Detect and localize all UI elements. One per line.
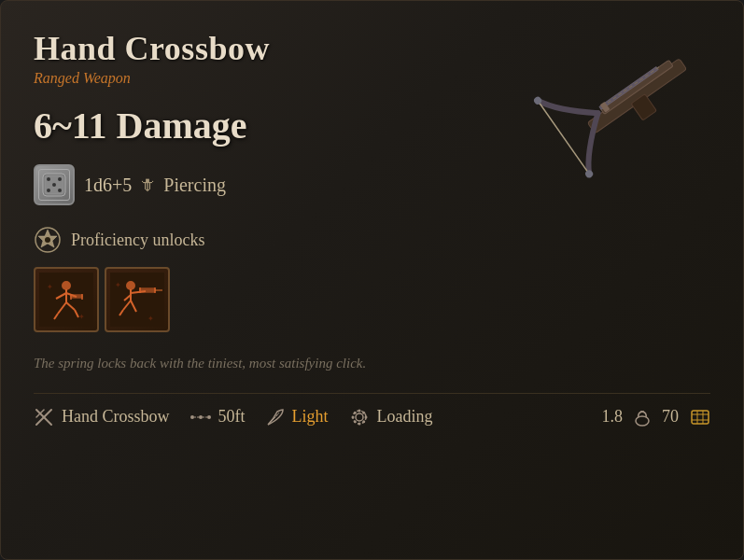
svg-point-5: [584, 169, 595, 179]
svg-point-61: [358, 409, 360, 412]
svg-rect-12: [45, 175, 63, 194]
svg-rect-0: [587, 59, 686, 133]
proficiency-icon: [34, 226, 62, 254]
svg-rect-11: [43, 174, 65, 196]
svg-point-68: [353, 420, 356, 423]
svg-point-17: [52, 183, 56, 187]
svg-rect-29: [71, 295, 82, 298]
svg-rect-71: [692, 411, 709, 424]
crossbow-small-icon: [34, 407, 54, 427]
proficiency-row: Proficiency unlocks: [34, 226, 710, 254]
svg-point-66: [362, 420, 365, 423]
svg-point-67: [362, 411, 365, 413]
range-icon: [190, 409, 211, 426]
svg-text:✦: ✦: [115, 281, 121, 289]
footer-bar: Hand Crossbow 50ft Light: [34, 393, 710, 427]
svg-point-64: [364, 415, 367, 418]
svg-point-35: [127, 282, 134, 289]
dice-formula: 1d6+5: [84, 175, 132, 196]
svg-text:✦: ✦: [147, 315, 154, 323]
svg-point-62: [358, 422, 360, 425]
svg-point-13: [47, 177, 50, 181]
svg-point-21: [63, 282, 70, 289]
svg-point-69: [636, 416, 649, 426]
damage-type: Piercing: [163, 175, 226, 196]
svg-point-14: [58, 177, 62, 181]
action-icon-2: ✦ ✦: [105, 267, 170, 332]
piercing-icon: 🗡: [139, 175, 156, 195]
footer-property-light: Light: [266, 407, 329, 427]
dice-icon: [34, 164, 75, 205]
weapon-illustration: [528, 10, 734, 197]
svg-rect-42: [140, 288, 155, 292]
footer-weapon-name: Hand Crossbow: [62, 407, 170, 427]
svg-point-63: [351, 415, 354, 418]
svg-point-16: [58, 189, 62, 192]
weight-value: 1.8: [602, 407, 624, 427]
svg-point-53: [207, 415, 211, 419]
svg-text:✦: ✦: [78, 313, 85, 321]
footer-property-light-label: Light: [292, 407, 329, 427]
gold-value: 70: [662, 407, 679, 427]
flavor-text: The spring locks back with the tiniest, …: [34, 353, 710, 374]
svg-point-15: [47, 189, 50, 192]
weight-icon: [634, 408, 651, 427]
dice-formula-text: 1d6+5 🗡 Piercing: [84, 175, 226, 196]
svg-point-52: [199, 415, 203, 419]
svg-point-65: [353, 411, 356, 413]
proficiency-label: Proficiency unlocks: [71, 231, 204, 250]
weight-gold-section: 1.8 70: [602, 407, 711, 427]
loading-icon: [349, 407, 370, 427]
svg-point-19: [45, 237, 50, 243]
item-card: Hand Crossbow Ranged Weapon 6~11 Damage …: [0, 0, 744, 560]
action-icon-1: ✦ ✦: [34, 267, 99, 332]
footer-property-loading: Loading: [349, 407, 433, 427]
svg-point-59: [356, 413, 363, 421]
footer-range: 50ft: [190, 407, 246, 427]
footer-range-value: 50ft: [218, 407, 246, 427]
footer-weapon-type: Hand Crossbow: [34, 407, 170, 427]
footer-property-loading-label: Loading: [377, 407, 433, 427]
action-icons-row: ✦ ✦: [34, 267, 710, 332]
svg-text:✦: ✦: [47, 283, 53, 291]
light-icon: [266, 408, 285, 427]
gold-icon: [690, 407, 710, 427]
svg-point-51: [190, 415, 194, 419]
